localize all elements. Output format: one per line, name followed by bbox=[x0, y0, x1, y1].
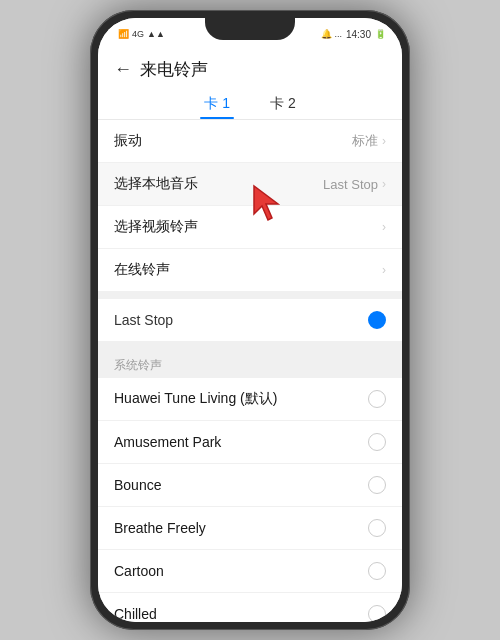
ringtone-name-1: Amusement Park bbox=[114, 434, 221, 450]
video-ringtone-chevron: › bbox=[382, 220, 386, 234]
time-display: 14:30 bbox=[346, 29, 371, 40]
online-ringtone-value: › bbox=[382, 263, 386, 277]
local-music-value: Last Stop › bbox=[323, 177, 386, 192]
local-music-item[interactable]: 选择本地音乐 Last Stop › bbox=[98, 163, 402, 206]
system-ringtones-header: 系统铃声 bbox=[98, 349, 402, 378]
last-stop-label: Last Stop bbox=[114, 312, 173, 328]
online-ringtone-label: 在线铃声 bbox=[114, 261, 170, 279]
settings-content: 振动 标准 › 选择本地音乐 Last Stop › bbox=[98, 120, 402, 622]
vibrate-current: 标准 bbox=[352, 132, 378, 150]
ringtone-name-2: Bounce bbox=[114, 477, 161, 493]
status-bar-right: 🔔 ... 14:30 🔋 bbox=[321, 29, 386, 40]
last-stop-item[interactable]: Last Stop bbox=[98, 299, 402, 341]
phone-frame: 📶 4G ▲▲ 🔔 ... 14:30 🔋 ← 来电铃声 卡 1 卡 2 bbox=[90, 10, 410, 630]
radio-2 bbox=[368, 476, 386, 494]
online-ringtone-item[interactable]: 在线铃声 › bbox=[98, 249, 402, 291]
video-ringtone-item[interactable]: 选择视频铃声 › bbox=[98, 206, 402, 249]
tab-sim1[interactable]: 卡 1 bbox=[200, 89, 234, 119]
ringtone-name-5: Chilled bbox=[114, 606, 157, 622]
tab-sim2[interactable]: 卡 2 bbox=[266, 89, 300, 119]
notch bbox=[205, 18, 295, 40]
vibrate-item[interactable]: 振动 标准 › bbox=[98, 120, 402, 163]
system-ringtones-section: Huawei Tune Living (默认) Amusement Park B… bbox=[98, 378, 402, 622]
local-music-label: 选择本地音乐 bbox=[114, 175, 198, 193]
notification-icons: 🔔 ... bbox=[321, 29, 342, 39]
page-header: ← 来电铃声 卡 1 卡 2 bbox=[98, 50, 402, 120]
last-stop-section: Last Stop bbox=[98, 299, 402, 341]
signal-icon: 📶 bbox=[118, 29, 129, 39]
list-item[interactable]: Chilled bbox=[98, 593, 402, 622]
page-title: 来电铃声 bbox=[140, 58, 208, 81]
radio-1 bbox=[368, 433, 386, 451]
phone-screen: 📶 4G ▲▲ 🔔 ... 14:30 🔋 ← 来电铃声 卡 1 卡 2 bbox=[98, 18, 402, 622]
vibrate-label: 振动 bbox=[114, 132, 142, 150]
radio-4 bbox=[368, 562, 386, 580]
list-item[interactable]: Breathe Freely bbox=[98, 507, 402, 550]
main-screen: ← 来电铃声 卡 1 卡 2 振动 标准 › bbox=[98, 50, 402, 622]
ringtone-name-4: Cartoon bbox=[114, 563, 164, 579]
local-music-chevron: › bbox=[382, 177, 386, 191]
radio-0 bbox=[368, 390, 386, 408]
status-bar-left: 📶 4G ▲▲ bbox=[118, 29, 165, 39]
network-type: 4G bbox=[132, 29, 144, 39]
video-ringtone-label: 选择视频铃声 bbox=[114, 218, 198, 236]
ringtone-name-0: Huawei Tune Living (默认) bbox=[114, 390, 277, 408]
battery-icon: 🔋 bbox=[375, 29, 386, 39]
ringtone-name-3: Breathe Freely bbox=[114, 520, 206, 536]
main-settings-section: 振动 标准 › 选择本地音乐 Last Stop › bbox=[98, 120, 402, 291]
list-item[interactable]: Huawei Tune Living (默认) bbox=[98, 378, 402, 421]
wifi-icon: ▲▲ bbox=[147, 29, 165, 39]
list-item[interactable]: Bounce bbox=[98, 464, 402, 507]
last-stop-selected-radio bbox=[368, 311, 386, 329]
back-button[interactable]: ← bbox=[114, 59, 132, 80]
local-music-current: Last Stop bbox=[323, 177, 378, 192]
video-ringtone-value: › bbox=[382, 220, 386, 234]
vibrate-chevron: › bbox=[382, 134, 386, 148]
sim-tabs: 卡 1 卡 2 bbox=[114, 89, 386, 119]
list-item[interactable]: Cartoon bbox=[98, 550, 402, 593]
radio-5 bbox=[368, 605, 386, 622]
online-ringtone-chevron: › bbox=[382, 263, 386, 277]
radio-3 bbox=[368, 519, 386, 537]
list-item[interactable]: Amusement Park bbox=[98, 421, 402, 464]
vibrate-value: 标准 › bbox=[352, 132, 386, 150]
